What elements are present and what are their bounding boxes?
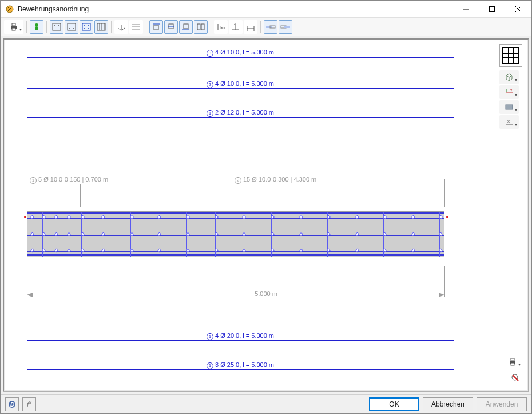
svg-point-17 [84, 25, 85, 26]
svg-text:y: y [510, 88, 513, 92]
rebar-top-2: 24 Ø 10.0, l = 5.000 m [27, 88, 454, 89]
svg-text:lxx: lxx [220, 25, 225, 30]
app-icon [5, 5, 14, 14]
align-4-button[interactable] [194, 20, 208, 34]
cancel-button[interactable]: Abbrechen [423, 397, 473, 411]
canvas-reset-button[interactable] [509, 371, 522, 385]
section-4-button[interactable] [94, 20, 108, 34]
rebar-top-3: 34 Ø 10.0, l = 5.000 m [27, 57, 454, 58]
svg-point-19 [84, 28, 85, 29]
support-left-icon [24, 216, 26, 218]
section-1-button[interactable] [50, 20, 63, 34]
svg-point-11 [54, 25, 55, 26]
svg-rect-6 [12, 23, 15, 26]
svg-point-8 [35, 23, 38, 27]
length-dim-label: 5.000 m [253, 290, 279, 297]
align-1-button[interactable] [149, 20, 163, 34]
svg-rect-47 [266, 26, 272, 28]
svg-rect-32 [154, 25, 158, 30]
spacing-button[interactable]: x [229, 20, 243, 34]
print-button[interactable]: ▾ [4, 20, 23, 34]
svg-line-27 [121, 28, 125, 30]
svg-point-20 [88, 28, 89, 29]
minimize-button[interactable] [452, 1, 479, 18]
fx-button[interactable]: fx [22, 397, 36, 411]
svg-point-14 [69, 28, 70, 29]
svg-text:D: D [10, 401, 14, 408]
svg-rect-38 [201, 24, 204, 30]
svg-rect-16 [82, 23, 90, 30]
view-shade-button[interactable]: ▾ [499, 100, 519, 114]
spacing-dim-2: 215 Ø 10.0-0.300 | 4.300 m [233, 176, 318, 184]
svg-rect-13 [68, 23, 76, 30]
window-title: Bewehrungsanordnung [18, 5, 89, 13]
help-button[interactable]: D [5, 397, 19, 411]
footer: D fx OK Abbrechen Anwenden [1, 394, 531, 413]
close-button[interactable] [505, 1, 531, 18]
toolbar: ▾ lxx x [1, 18, 531, 36]
rebar-bottom-2: 13 Ø 25.0, l = 5.000 m [27, 369, 454, 370]
section-thumb-icon[interactable] [499, 44, 522, 67]
spacing-dim-1: 15 Ø 10.0-0.150 | 0.700 m [28, 176, 110, 184]
lap-2-button[interactable] [279, 20, 292, 34]
lap-1-button[interactable] [264, 20, 277, 34]
support-right-icon [446, 216, 448, 218]
canvas-print-button[interactable]: ▾ [503, 355, 522, 369]
view-3d-button[interactable]: ▾ [499, 70, 519, 84]
svg-rect-35 [184, 24, 188, 29]
svg-rect-9 [35, 27, 38, 30]
align-2-button[interactable] [164, 20, 178, 34]
scope-button[interactable] [30, 20, 43, 34]
svg-point-12 [58, 25, 59, 26]
view-tools: ▾ y▾ ▾ x▾ [499, 44, 522, 129]
ok-button[interactable]: OK [369, 397, 419, 411]
svg-point-15 [73, 28, 74, 29]
titlebar: Bewehrungsanordnung [1, 1, 531, 18]
view-axes-button[interactable]: y▾ [499, 85, 519, 99]
axis-button[interactable] [114, 20, 128, 34]
svg-rect-7 [12, 28, 15, 30]
section-2-button[interactable] [65, 20, 78, 34]
svg-rect-58 [511, 358, 514, 361]
svg-rect-37 [197, 24, 200, 30]
svg-line-26 [118, 28, 121, 30]
align-3-button[interactable] [179, 20, 193, 34]
rebar-top-1: 12 Ø 12.0, l = 5.000 m [27, 117, 454, 118]
svg-rect-10 [53, 23, 61, 30]
svg-text:x: x [234, 23, 236, 25]
canvas-bottom-tools: ▾ [503, 355, 522, 385]
svg-rect-2 [490, 6, 495, 11]
svg-rect-50 [284, 26, 290, 28]
svg-text:x: x [507, 119, 510, 124]
length-dim-line [27, 295, 444, 295]
apply-button[interactable]: Anwenden [477, 397, 527, 411]
window: Bewehrungsanordnung ▾ lxx x [0, 0, 532, 414]
anchor-button[interactable]: lxx [214, 20, 228, 34]
svg-rect-33 [169, 24, 173, 29]
long-button[interactable] [129, 20, 143, 34]
svg-point-18 [88, 25, 89, 26]
dim-button[interactable] [244, 20, 257, 34]
view-ortho-button[interactable]: x▾ [499, 115, 519, 129]
maximize-button[interactable] [479, 1, 505, 18]
beam-section [27, 211, 444, 257]
svg-rect-59 [511, 363, 514, 365]
rebar-bottom-1: 14 Ø 20.0, l = 5.000 m [27, 340, 454, 341]
drawing-canvas[interactable]: 34 Ø 10.0, l = 5.000 m 24 Ø 10.0, l = 5.… [4, 40, 528, 391]
canvas-area: 34 Ø 10.0, l = 5.000 m 24 Ø 10.0, l = 5.… [1, 36, 531, 394]
section-3-button[interactable] [80, 20, 93, 34]
svg-rect-54 [506, 105, 513, 109]
